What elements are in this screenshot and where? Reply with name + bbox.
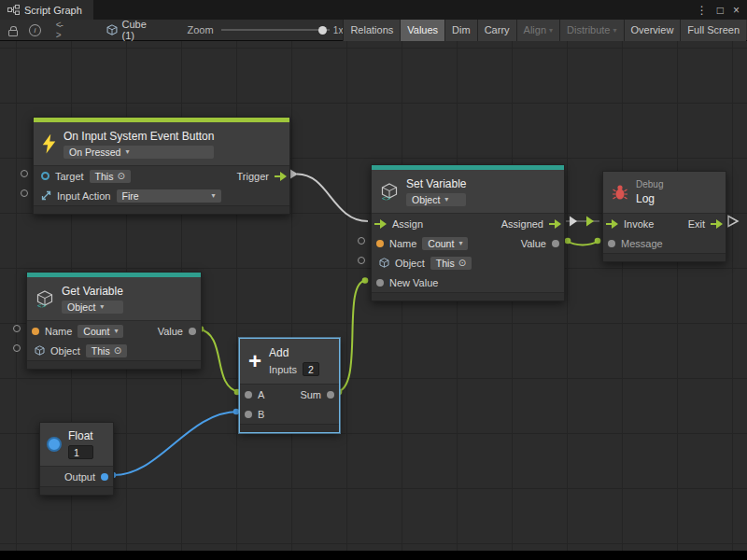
window-controls: ⋮ □ × — [697, 4, 747, 17]
gameobject-icon — [41, 172, 49, 180]
node-title: Get Variable — [62, 285, 123, 298]
node-on-input-event[interactable]: On Input System Event Button On Pressed … — [33, 117, 290, 215]
b-label: B — [258, 409, 264, 420]
value-port[interactable] — [608, 240, 615, 247]
values-button[interactable]: Values — [400, 20, 444, 41]
chevron-down-icon: ▾ — [444, 195, 448, 203]
a-label: A — [258, 389, 264, 400]
fit-icon[interactable]: <-> — [56, 20, 67, 40]
node-float[interactable]: Float 1 Output — [39, 422, 114, 496]
inputs-count-field[interactable]: 2 — [303, 362, 319, 376]
distribute-button[interactable]: Distribute▾ — [559, 20, 623, 41]
close-icon[interactable]: × — [733, 4, 740, 17]
zoom-slider-handle[interactable] — [318, 26, 327, 35]
cube-icon — [379, 258, 389, 268]
flow-port-exit[interactable] — [711, 219, 723, 229]
graph-object[interactable]: Cube (1) — [106, 19, 162, 41]
value-port[interactable] — [245, 391, 252, 399]
unconnected-port[interactable] — [358, 237, 365, 245]
tab-script-graph[interactable]: Script Graph — [0, 0, 93, 20]
zoom-slider[interactable] — [221, 23, 330, 36]
object-this-chip[interactable]: This ⊙ — [430, 257, 472, 270]
flow-port-assigned[interactable] — [549, 219, 561, 229]
value-port[interactable] — [245, 411, 252, 418]
toolbar-buttons: Relations Values Dim Carry Align▾ Distri… — [343, 20, 747, 41]
input-action-dropdown[interactable]: Fire ▾ — [117, 189, 221, 203]
plus-icon: + — [248, 352, 261, 371]
overview-button[interactable]: Overview — [624, 20, 681, 41]
node-debug-log[interactable]: Debug Log Invoke Exit Message — [602, 171, 726, 262]
event-mode-dropdown[interactable]: On Pressed ▾ — [63, 146, 214, 159]
a-row: A Sum — [240, 385, 339, 404]
full-screen-button[interactable]: Full Screen — [680, 20, 746, 41]
lock-icon[interactable] — [8, 30, 18, 36]
tab-label: Script Graph — [24, 5, 82, 16]
node-footer — [240, 424, 339, 432]
input-action-icon — [41, 190, 51, 201]
output-row: Output — [40, 467, 113, 486]
name-row: Name Count ▾ Value — [27, 321, 201, 341]
name-label: Name — [45, 326, 72, 337]
unconnected-port[interactable] — [21, 170, 28, 177]
string-port[interactable] — [32, 328, 39, 335]
sum-label: Sum — [300, 389, 321, 400]
svg-text:<>: <> — [37, 301, 47, 308]
invoke-label: Invoke — [624, 218, 654, 230]
variable-scope-dropdown[interactable]: Object ▾ — [406, 193, 466, 206]
target-icon: ⊙ — [117, 171, 124, 181]
node-add[interactable]: + Add Inputs 2 A Sum B — [239, 338, 340, 433]
node-get-variable[interactable]: <> Get Variable Object ▾ Name Count ▾ Va… — [26, 272, 202, 370]
dim-button[interactable]: Dim — [444, 20, 477, 41]
float-output-port[interactable] — [101, 473, 108, 481]
string-port[interactable] — [376, 240, 384, 247]
message-row: Message — [603, 233, 726, 253]
float-value-field[interactable]: 1 — [68, 445, 93, 459]
variable-name-dropdown[interactable]: Count ▾ — [422, 237, 468, 250]
variable-name-dropdown[interactable]: Count ▾ — [78, 325, 123, 338]
value-port[interactable] — [376, 279, 384, 287]
object-row: Object This ⊙ — [27, 341, 201, 360]
node-title: Set Variable — [406, 177, 466, 190]
value-port[interactable] — [189, 328, 196, 335]
object-label: Object — [395, 258, 425, 269]
target-row: Target This ⊙ Trigger — [34, 166, 289, 186]
chevron-down-icon: ▾ — [100, 302, 104, 311]
inputs-label: Inputs — [269, 364, 297, 375]
carry-button[interactable]: Carry — [477, 20, 516, 41]
unconnected-port[interactable] — [13, 325, 21, 332]
new-value-label: New Value — [389, 277, 438, 288]
cube-icon — [35, 345, 45, 356]
maximize-icon[interactable]: □ — [717, 4, 724, 17]
menu-icon[interactable]: ⋮ — [697, 4, 708, 17]
flow-port-assign[interactable] — [374, 219, 387, 229]
name-row: Name Count ▾ Value — [372, 233, 564, 253]
flow-port-trigger[interactable] — [275, 172, 287, 181]
message-label: Message — [621, 238, 663, 249]
unconnected-port[interactable] — [21, 189, 28, 197]
target-icon: ⊙ — [114, 345, 121, 356]
script-graph-icon — [7, 5, 20, 15]
align-button[interactable]: Align▾ — [516, 20, 559, 41]
variable-scope-dropdown[interactable]: Object ▾ — [62, 301, 123, 314]
invoke-row: Invoke Exit — [603, 214, 726, 233]
node-footer — [372, 292, 564, 301]
trigger-label: Trigger — [237, 171, 269, 182]
svg-text:<>: <> — [382, 193, 391, 201]
node-footer — [603, 253, 726, 261]
flow-port-invoke[interactable] — [606, 219, 618, 229]
value-port[interactable] — [552, 240, 559, 247]
input-action-label: Input Action — [57, 190, 111, 202]
unconnected-port[interactable] — [13, 344, 21, 352]
assign-label: Assign — [392, 218, 423, 230]
chevron-down-icon: ▾ — [211, 191, 215, 200]
script-graph-window: Script Graph ⋮ □ × i <-> Cube (1) Zoom 1… — [0, 0, 747, 560]
zoom-slider-track[interactable] — [221, 29, 330, 31]
node-set-variable[interactable]: <> Set Variable Object ▾ Assign Assigned… — [371, 164, 565, 301]
exit-label: Exit — [688, 218, 705, 230]
info-icon[interactable]: i — [29, 24, 41, 36]
relations-button[interactable]: Relations — [343, 20, 400, 41]
value-port[interactable] — [327, 391, 334, 399]
object-this-chip[interactable]: This ⊙ — [86, 344, 127, 357]
unconnected-port[interactable] — [358, 257, 365, 264]
target-this-chip[interactable]: This ⊙ — [90, 170, 131, 183]
